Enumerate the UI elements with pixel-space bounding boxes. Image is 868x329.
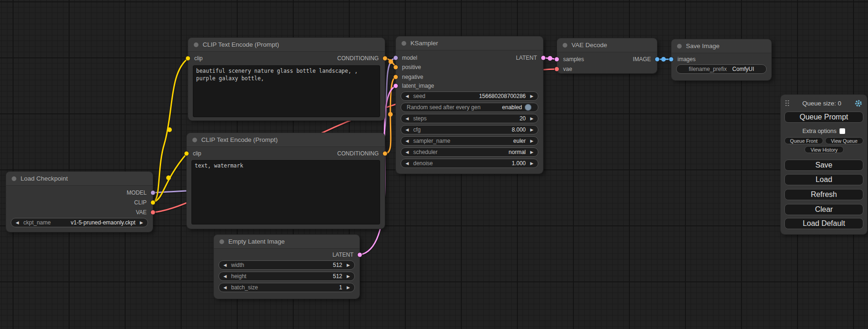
chevron-right-icon[interactable]: ▶ xyxy=(526,161,538,166)
extra-options-checkbox[interactable] xyxy=(840,128,845,134)
chevron-right-icon[interactable]: ▶ xyxy=(135,220,148,225)
node-load-checkpoint[interactable]: Load Checkpoint MODEL CLIP VAE ◀ ckpt_na… xyxy=(6,172,153,232)
conditioning-output-port[interactable] xyxy=(383,56,387,61)
conditioning-output-port[interactable] xyxy=(383,152,387,156)
chevron-right-icon[interactable]: ▶ xyxy=(526,150,538,154)
widget-cfg[interactable]: ◀ cfg 8.000 ▶ xyxy=(401,125,538,134)
output-row-latent: LATENT xyxy=(516,53,543,63)
input-label: negative xyxy=(402,74,423,80)
vae-output-port[interactable] xyxy=(151,210,155,215)
chevron-right-icon[interactable]: ▶ xyxy=(526,116,538,121)
view-history-button[interactable]: View History xyxy=(804,146,844,153)
node-graph-canvas[interactable]: Load Checkpoint MODEL CLIP VAE ◀ ckpt_na… xyxy=(0,0,868,329)
collapse-dot-icon[interactable] xyxy=(563,43,567,48)
output-label: CLIP xyxy=(134,199,147,206)
node-load-checkpoint-titlebar[interactable]: Load Checkpoint xyxy=(6,172,153,186)
widget-seed[interactable]: ◀ seed 156680208700286 ▶ xyxy=(401,91,538,101)
positive-prompt-textarea[interactable]: beautiful scenery nature glass bottle la… xyxy=(193,65,380,117)
output-row-conditioning: CONDITIONING xyxy=(337,149,385,158)
negative-prompt-textarea[interactable]: text, watermark xyxy=(191,160,380,224)
samples-input-port[interactable] xyxy=(555,57,559,62)
node-clip-text-encode-negative[interactable]: CLIP Text Encode (Prompt) clip CONDITION… xyxy=(187,133,385,229)
collapse-dot-icon[interactable] xyxy=(194,42,198,47)
widget-ckpt-name[interactable]: ◀ ckpt_name v1-5-pruned-emaonly.ckpt ▶ xyxy=(11,218,148,227)
vae-input-port[interactable] xyxy=(555,67,559,71)
collapse-dot-icon[interactable] xyxy=(219,239,224,244)
toggle-knob-icon[interactable] xyxy=(525,104,531,111)
input-label: samples xyxy=(563,56,584,63)
chevron-left-icon[interactable]: ◀ xyxy=(219,285,231,290)
node-empty-latent-titlebar[interactable]: Empty Latent Image xyxy=(214,235,360,249)
link-midpoint-dot xyxy=(166,175,171,180)
widget-sampler-name[interactable]: ◀ sampler_name euler ▶ xyxy=(401,136,538,146)
chevron-left-icon[interactable]: ◀ xyxy=(219,263,231,267)
node-ksampler-titlebar[interactable]: KSampler xyxy=(396,36,543,50)
node-title: Empty Latent Image xyxy=(228,238,285,245)
chevron-left-icon[interactable]: ◀ xyxy=(401,139,413,143)
queue-prompt-button[interactable]: Queue Prompt xyxy=(784,112,863,123)
load-default-button[interactable]: Load Default xyxy=(784,218,863,229)
widget-height[interactable]: ◀ height 512 ▶ xyxy=(219,272,355,281)
chevron-right-icon[interactable]: ▶ xyxy=(342,263,354,267)
chevron-right-icon[interactable]: ▶ xyxy=(526,94,538,98)
latent-image-input-port[interactable] xyxy=(394,84,398,88)
chevron-left-icon[interactable]: ◀ xyxy=(401,127,413,132)
widget-steps[interactable]: ◀ steps 20 ▶ xyxy=(401,114,538,123)
widget-value: v1-5-pruned-emaonly.ckpt xyxy=(51,219,135,226)
chevron-left-icon[interactable]: ◀ xyxy=(219,274,231,279)
collapse-dot-icon[interactable] xyxy=(677,44,682,49)
queue-size-label: Queue size: 0 xyxy=(789,100,854,107)
widget-batch-size[interactable]: ◀ batch_size 1 ▶ xyxy=(219,283,355,292)
node-vae-decode[interactable]: VAE Decode samples vae IMAGE xyxy=(557,38,657,73)
collapse-dot-icon[interactable] xyxy=(192,138,197,142)
node-save-image[interactable]: Save Image images filename_prefix ComfyU… xyxy=(671,39,771,80)
chevron-right-icon[interactable]: ▶ xyxy=(342,285,354,290)
chevron-right-icon[interactable]: ▶ xyxy=(526,127,538,132)
view-queue-button[interactable]: View Queue xyxy=(825,137,863,144)
save-button[interactable]: Save xyxy=(784,160,863,171)
input-label: model xyxy=(402,55,417,61)
widget-random-seed-toggle[interactable]: Random seed after every gen enabled xyxy=(401,103,538,112)
node-ksampler[interactable]: KSampler model positive negative latent_… xyxy=(396,36,543,174)
model-input-port[interactable] xyxy=(394,56,398,60)
clip-input-port[interactable] xyxy=(186,56,190,61)
node-vae-decode-titlebar[interactable]: VAE Decode xyxy=(557,38,657,52)
widget-scheduler[interactable]: ◀ scheduler normal ▶ xyxy=(401,147,538,157)
collapse-dot-icon[interactable] xyxy=(402,41,406,46)
queue-front-button[interactable]: Queue Front xyxy=(784,137,823,144)
clip-output-port[interactable] xyxy=(151,201,155,205)
node-clip-text-encode-positive[interactable]: CLIP Text Encode (Prompt) clip CONDITION… xyxy=(188,38,385,120)
chevron-left-icon[interactable]: ◀ xyxy=(401,161,413,166)
chevron-right-icon[interactable]: ▶ xyxy=(526,139,538,143)
node-clip-negative-titlebar[interactable]: CLIP Text Encode (Prompt) xyxy=(187,133,385,147)
clip-input-port[interactable] xyxy=(184,152,189,156)
negative-input-port[interactable] xyxy=(394,75,398,79)
chevron-left-icon[interactable]: ◀ xyxy=(11,220,23,225)
image-output-port[interactable] xyxy=(655,57,659,62)
settings-gear-icon[interactable] xyxy=(854,99,862,107)
collapse-dot-icon[interactable] xyxy=(12,176,16,181)
chevron-right-icon[interactable]: ▶ xyxy=(342,274,354,279)
widget-filename-prefix[interactable]: filename_prefix ComfyUI xyxy=(676,64,767,74)
node-empty-latent-image[interactable]: Empty Latent Image LATENT ◀ width 512 ▶ … xyxy=(214,235,360,299)
input-label: images xyxy=(677,56,696,63)
chevron-left-icon[interactable]: ◀ xyxy=(401,94,413,98)
link-midpoint-dot xyxy=(388,112,393,117)
model-output-port[interactable] xyxy=(151,191,155,195)
chevron-left-icon[interactable]: ◀ xyxy=(401,150,413,154)
chevron-left-icon[interactable]: ◀ xyxy=(401,116,413,121)
refresh-button[interactable]: Refresh xyxy=(784,189,863,200)
positive-input-port[interactable] xyxy=(394,65,398,70)
latent-output-port[interactable] xyxy=(358,253,362,257)
images-input-port[interactable] xyxy=(669,57,673,62)
node-clip-positive-titlebar[interactable]: CLIP Text Encode (Prompt) xyxy=(188,38,385,52)
latent-output-port[interactable] xyxy=(541,56,545,60)
output-label: CONDITIONING xyxy=(337,150,379,157)
drag-handle-icon[interactable] xyxy=(785,100,789,106)
widget-width[interactable]: ◀ width 512 ▶ xyxy=(219,260,355,270)
widget-denoise[interactable]: ◀ denoise 1.000 ▶ xyxy=(401,159,538,168)
node-save-image-titlebar[interactable]: Save Image xyxy=(671,39,771,53)
node-title: VAE Decode xyxy=(572,42,607,49)
load-button[interactable]: Load xyxy=(784,174,863,185)
clear-button[interactable]: Clear xyxy=(784,204,863,215)
